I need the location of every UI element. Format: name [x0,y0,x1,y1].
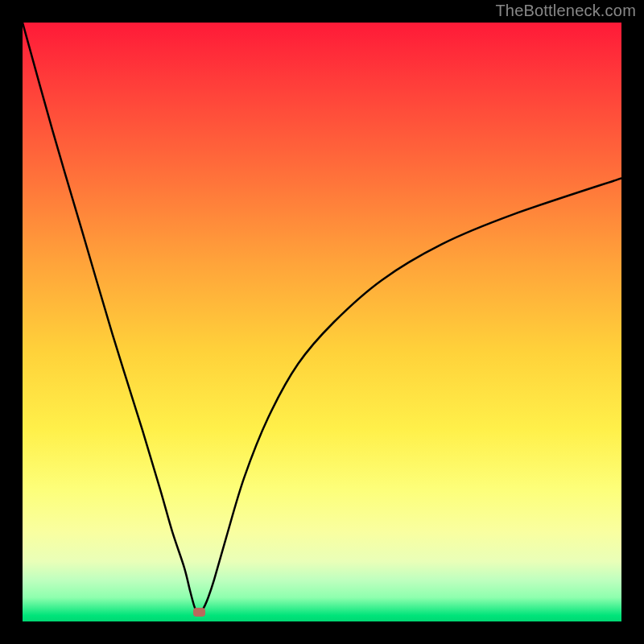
optimal-point-marker [193,608,205,617]
bottleneck-curve [23,23,621,621]
chart-frame: TheBottleneck.com [0,0,644,644]
watermark-text: TheBottleneck.com [495,2,636,20]
chart-plot-area [23,23,621,621]
